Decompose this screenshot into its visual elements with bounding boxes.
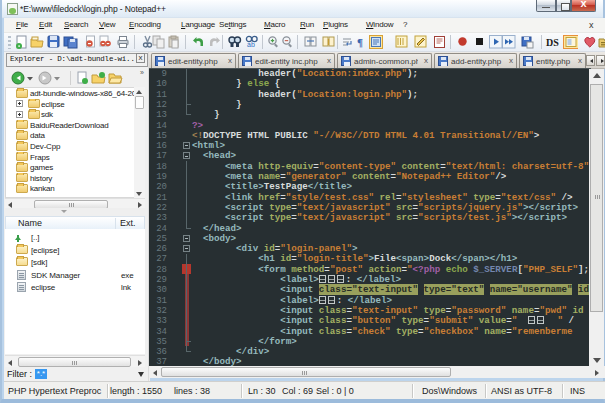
- svg-text:¶: ¶: [357, 36, 363, 48]
- svg-text:DS: DS: [546, 37, 559, 48]
- svg-text:ab: ab: [247, 41, 255, 48]
